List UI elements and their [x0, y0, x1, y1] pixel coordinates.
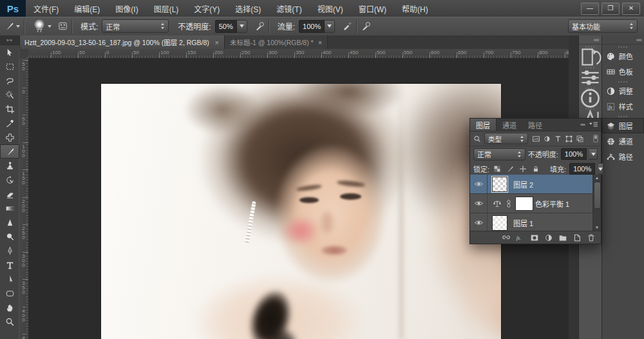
layer-list-scrollbar[interactable]: ▲ ▼ [592, 175, 601, 231]
fx-button[interactable]: fx. [516, 233, 525, 242]
blend-mode-select[interactable]: 正常 [102, 19, 169, 33]
panel-button-color[interactable]: 颜色 [602, 48, 644, 64]
info-panel-button[interactable] [579, 90, 601, 106]
filter-toggle-icon[interactable] [593, 134, 598, 143]
pen-tool[interactable] [0, 244, 19, 258]
trash-button[interactable] [587, 233, 596, 242]
panel-button-channels[interactable]: 通道 [602, 133, 644, 149]
menu-item-2[interactable]: 图像(I) [108, 0, 146, 17]
lasso-tool[interactable] [0, 73, 19, 88]
horizontal-ruler[interactable]: 1005005010015020025030035040045050055060… [28, 49, 569, 59]
menu-item-3[interactable]: 图层(L) [146, 0, 187, 17]
layer-row-0[interactable]: 图层 2 [470, 175, 593, 194]
menu-item-1[interactable]: 编辑(E) [66, 0, 108, 17]
flow-value[interactable]: 100% [299, 20, 325, 33]
pixel-filter-icon[interactable] [531, 133, 542, 144]
minimize-button[interactable]: — [581, 3, 599, 15]
close-button[interactable]: ✕ [622, 3, 640, 15]
dock-labels-collapse-button[interactable]: «« [602, 35, 644, 44]
brush-panel-toggle-icon[interactable] [58, 21, 68, 31]
rectangular-marquee-tool[interactable] [0, 59, 19, 73]
restore-button[interactable]: ❐ [601, 3, 620, 15]
smart-filter-icon[interactable] [574, 133, 585, 144]
ruler-origin-corner[interactable] [19, 49, 29, 59]
brush-preview[interactable]: 77 [34, 19, 44, 34]
layer-row-1[interactable]: 色彩平衡 1 [470, 194, 593, 213]
menu-item-6[interactable]: 滤镜(T) [269, 0, 309, 17]
zoom-tool[interactable] [0, 315, 19, 329]
brush-tool-preset-icon[interactable] [5, 21, 14, 31]
properties-panel-button[interactable] [579, 69, 601, 86]
adjust-new-button[interactable] [544, 233, 553, 242]
document-tab-0[interactable]: Hztt_2009-09-03_13-50-16_187.jpg @ 100% … [19, 35, 225, 49]
layer-name[interactable]: 图层 1 [513, 218, 533, 228]
path-select-tool[interactable] [0, 272, 19, 286]
panel-button-adjustments[interactable]: 调整 [602, 83, 644, 99]
panel-collapse-icon[interactable]: »» [580, 122, 585, 128]
adjustment-filter-icon[interactable] [542, 133, 553, 144]
crop-tool[interactable] [0, 102, 19, 116]
lock-transparent-icon[interactable] [493, 164, 502, 173]
panel-button-paths[interactable]: 路径 [602, 149, 644, 164]
layer-visibility-toggle[interactable] [470, 194, 488, 213]
layer-name[interactable]: 图层 2 [513, 179, 533, 189]
tool-preset-caret-icon[interactable] [16, 25, 20, 28]
dock-icons-collapse-button[interactable]: «« [579, 35, 601, 44]
lock-all-icon[interactable] [531, 164, 540, 173]
healing-brush-tool[interactable] [0, 130, 19, 144]
eyedropper-tool[interactable] [0, 116, 19, 130]
layers-panel-tab-2[interactable]: 路径 [522, 119, 548, 131]
layer-visibility-toggle[interactable] [470, 213, 488, 231]
shape-filter-icon[interactable] [564, 133, 574, 144]
layer-thumbnail[interactable] [493, 177, 507, 191]
canvas-image[interactable] [101, 84, 501, 339]
photoshop-logo[interactable]: Ps [0, 0, 26, 17]
layer-opacity-dropdown-button[interactable] [589, 148, 598, 160]
lock-paint-icon[interactable] [506, 164, 515, 173]
panel-menu-icon[interactable] [588, 120, 598, 130]
new-layer-button[interactable] [573, 233, 582, 242]
flow-dropdown-button[interactable] [325, 20, 335, 33]
layer-blend-mode-select[interactable]: 正常 [473, 148, 526, 160]
airbrush-toggle-icon[interactable] [343, 21, 352, 31]
eraser-tool[interactable] [0, 187, 19, 201]
mask-button[interactable] [530, 233, 539, 242]
document-tab-1[interactable]: 未标题-1 @ 100%(RGB/8) *× [225, 35, 328, 49]
menu-item-4[interactable]: 文字(Y) [186, 0, 227, 17]
brush-tool[interactable] [0, 144, 19, 159]
history-panel-button[interactable] [579, 48, 601, 65]
panel-button-layers[interactable]: 图层 [602, 118, 644, 133]
panel-button-styles[interactable]: fx样式 [602, 99, 644, 114]
lock-move-icon[interactable] [518, 164, 527, 173]
dodge-tool[interactable] [0, 229, 19, 244]
type-tool[interactable] [0, 258, 19, 272]
scrollbar-thumb[interactable] [594, 182, 601, 209]
vertical-ruler[interactable]: 500501001502002503003504004 [19, 58, 29, 339]
menu-item-5[interactable]: 选择(S) [227, 0, 269, 17]
type-filter-icon[interactable] [553, 133, 564, 144]
opacity-value[interactable]: 50% [215, 20, 237, 33]
link-button[interactable] [502, 233, 511, 242]
menu-item-0[interactable]: 文件(F) [26, 0, 66, 17]
opacity-dropdown-button[interactable] [237, 20, 247, 33]
panel-button-swatches[interactable]: 色板 [602, 64, 644, 79]
layers-panel-tab-1[interactable]: 通道 [497, 119, 522, 131]
pressure-size-icon[interactable] [361, 21, 371, 31]
menu-item-9[interactable]: 帮助(H) [394, 0, 436, 17]
toolbar-collapse-button[interactable]: »» [0, 35, 19, 45]
history-brush-tool[interactable] [0, 173, 19, 187]
sharpen-tool[interactable] [0, 215, 19, 229]
pressure-opacity-icon[interactable] [255, 21, 265, 31]
hand-tool[interactable] [0, 300, 19, 315]
filter-type-select[interactable]: 类型 [484, 133, 528, 144]
gradient-tool[interactable] [0, 201, 19, 215]
menu-item-8[interactable]: 窗口(W) [351, 0, 394, 17]
folder-button[interactable] [558, 233, 567, 242]
layers-panel-tab-0[interactable]: 图层 [470, 119, 497, 131]
move-tool[interactable] [0, 45, 19, 59]
layer-name[interactable]: 色彩平衡 1 [535, 199, 569, 209]
layer-row-2[interactable]: 图层 1 [470, 213, 593, 231]
layer-opacity-value[interactable]: 100% [561, 148, 587, 160]
fill-dropdown-button[interactable] [598, 163, 603, 175]
brush-picker-caret-icon[interactable] [48, 25, 52, 28]
